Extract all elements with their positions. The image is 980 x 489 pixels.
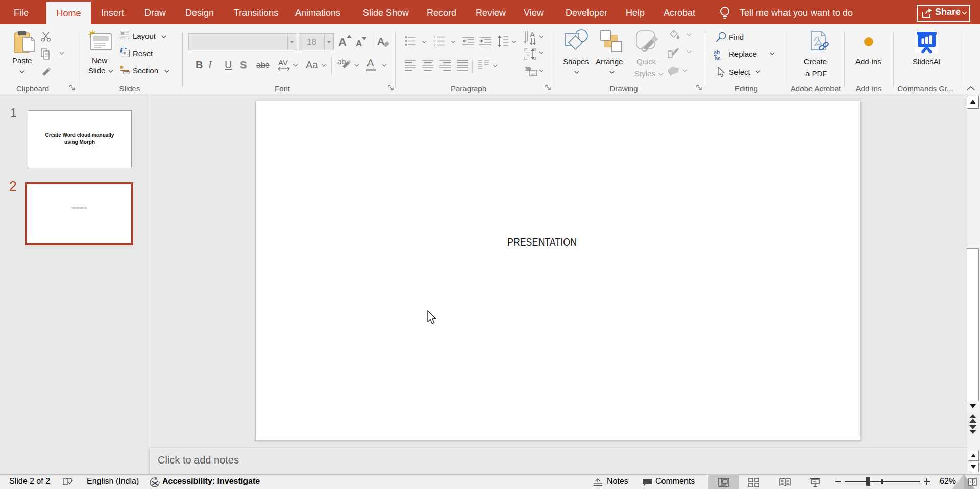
svg-text:ac: ac [715,55,721,61]
svg-text:A: A [530,31,535,39]
svg-text:3: 3 [433,43,435,47]
svg-text:ab: ab [714,49,720,55]
